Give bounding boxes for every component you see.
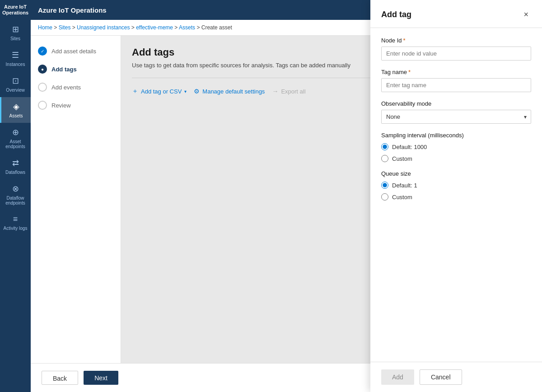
node-id-field-group: Node Id *: [381, 37, 531, 61]
sampling-default-radio[interactable]: [381, 143, 388, 150]
observability-mode-field-group: Observability mode None Gauge Counter Hi…: [381, 100, 531, 124]
panel-header: Add tag ×: [370, 0, 542, 28]
queue-custom-label: Custom: [392, 194, 412, 201]
panel-footer: Add Cancel: [370, 362, 542, 392]
sidebar-item-label: Activity logs: [4, 226, 28, 231]
gear-icon: ⚙: [194, 88, 200, 95]
sampling-interval-custom-option[interactable]: Custom: [381, 155, 531, 162]
sampling-custom-label: Custom: [392, 155, 412, 162]
sidebar-item-asset-endpoints[interactable]: ⊕ Asset endpoints: [0, 123, 31, 154]
node-id-input[interactable]: [381, 47, 531, 61]
export-icon: →: [272, 88, 278, 95]
breadcrumb-sep5: >: [196, 24, 201, 31]
panel-title: Add tag: [381, 10, 411, 19]
step-add-events: Add events: [38, 83, 113, 92]
sampling-interval-default-option[interactable]: Default: 1000: [381, 143, 531, 150]
add-tag-csv-label: Add tag or CSV: [141, 88, 182, 95]
sidebar-item-label: Asset endpoints: [2, 139, 29, 149]
add-tag-panel: Add tag × Node Id * Tag name * Observabi…: [370, 0, 542, 392]
sidebar-item-label: Sites: [10, 36, 20, 41]
step-label-4: Review: [51, 102, 71, 109]
step-label-3: Add events: [51, 84, 81, 91]
breadcrumb-home[interactable]: Home: [38, 24, 52, 31]
tag-name-required: *: [408, 69, 411, 75]
sidebar: Azure IoT Operations ⊞ Sites ☰ Instances…: [0, 0, 31, 392]
breadcrumb-sep2: >: [72, 24, 77, 31]
panel-close-button[interactable]: ×: [521, 9, 531, 20]
sampling-interval-field-group: Sampling interval (milliseconds) Default…: [381, 132, 531, 162]
sites-icon: ⊞: [12, 24, 19, 34]
asset-endpoints-icon: ⊕: [12, 127, 19, 137]
sidebar-item-label: Instances: [6, 62, 25, 67]
breadcrumb-instance[interactable]: effective-meme: [136, 24, 173, 31]
queue-default-label: Default: 1: [392, 182, 417, 189]
observability-mode-select[interactable]: None Gauge Counter Histogram Log: [381, 110, 531, 124]
step-circle-1: ✓: [38, 47, 47, 56]
next-button[interactable]: Next: [84, 371, 118, 385]
step-circle-4: [38, 101, 47, 110]
queue-size-label: Queue size: [381, 170, 531, 177]
app-title: Azure IoT Operations: [0, 4, 31, 16]
sidebar-item-dataflows[interactable]: ⇄ Dataflows: [0, 154, 31, 179]
assets-icon: ◈: [13, 102, 19, 112]
instances-icon: ☰: [12, 50, 19, 60]
breadcrumb-assets[interactable]: Assets: [179, 24, 195, 31]
manage-default-settings-button[interactable]: ⚙ Manage default settings: [194, 86, 265, 97]
export-label: Export all: [281, 88, 305, 95]
panel-body: Node Id * Tag name * Observability mode …: [370, 28, 542, 362]
app-header: Azure IoT Operations: [0, 0, 31, 20]
observability-mode-label: Observability mode: [381, 100, 531, 107]
sidebar-item-dataflow-endpoints[interactable]: ⊗ Dataflow endpoints: [0, 179, 31, 210]
sidebar-item-overview[interactable]: ⊡ Overview: [0, 71, 31, 97]
app-header-title: Azure IoT Operations: [38, 6, 107, 14]
queue-size-default-option[interactable]: Default: 1: [381, 182, 531, 189]
sidebar-item-label: Dataflow endpoints: [2, 196, 29, 205]
breadcrumb-current: Create asset: [201, 24, 232, 31]
activity-logs-icon: ≡: [13, 215, 18, 224]
steps-panel: ✓ Add asset details ● Add tags Add event…: [31, 36, 121, 363]
cancel-button[interactable]: Cancel: [420, 369, 462, 385]
dataflow-endpoints-icon: ⊗: [12, 184, 19, 194]
tag-name-field-group: Tag name *: [381, 69, 531, 92]
add-button[interactable]: Add: [381, 369, 414, 385]
sidebar-item-label: Assets: [9, 113, 23, 118]
step-add-asset-details: ✓ Add asset details: [38, 47, 113, 56]
sidebar-item-activity-logs[interactable]: ≡ Activity logs: [0, 210, 31, 235]
back-button[interactable]: Back: [42, 371, 78, 385]
chevron-down-icon: ▾: [184, 89, 187, 94]
breadcrumb-sep4: >: [174, 24, 179, 31]
breadcrumb-sep: >: [54, 24, 58, 31]
sidebar-item-instances[interactable]: ☰ Instances: [0, 46, 31, 71]
queue-size-radio-group: Default: 1 Custom: [381, 182, 531, 201]
tag-name-input[interactable]: [381, 78, 531, 92]
step-label-1: Add asset details: [51, 48, 96, 55]
overview-icon: ⊡: [12, 76, 19, 86]
sidebar-item-label: Dataflows: [5, 170, 25, 175]
step-circle-2: ●: [38, 65, 47, 74]
sampling-custom-radio[interactable]: [381, 155, 388, 162]
queue-size-field-group: Queue size Default: 1 Custom: [381, 170, 531, 201]
dataflows-icon: ⇄: [12, 158, 19, 168]
step-review: Review: [38, 101, 113, 110]
sampling-interval-radio-group: Default: 1000 Custom: [381, 143, 531, 162]
node-id-label: Node Id *: [381, 37, 531, 44]
sampling-interval-label: Sampling interval (milliseconds): [381, 132, 531, 139]
step-label-2: Add tags: [51, 66, 77, 73]
queue-size-custom-option[interactable]: Custom: [381, 193, 531, 201]
tag-name-label: Tag name *: [381, 69, 531, 75]
add-tag-csv-button[interactable]: ＋ Add tag or CSV ▾: [132, 85, 187, 97]
node-id-required: *: [403, 37, 406, 44]
sidebar-item-sites[interactable]: ⊞ Sites: [0, 20, 31, 46]
breadcrumb-sites[interactable]: Sites: [59, 24, 71, 31]
queue-default-radio[interactable]: [381, 182, 388, 189]
step-add-tags: ● Add tags: [38, 65, 113, 74]
sampling-default-label: Default: 1000: [392, 144, 427, 150]
queue-custom-radio[interactable]: [381, 193, 388, 201]
breadcrumb-unassigned[interactable]: Unassigned instances: [77, 24, 130, 31]
breadcrumb-sep3: >: [131, 24, 136, 31]
observability-mode-select-wrapper: None Gauge Counter Histogram Log ▾: [381, 110, 531, 124]
manage-settings-label: Manage default settings: [202, 88, 265, 95]
export-all-button[interactable]: → Export all: [272, 86, 305, 97]
sidebar-item-assets[interactable]: ◈ Assets: [0, 97, 31, 123]
step-circle-3: [38, 83, 47, 92]
